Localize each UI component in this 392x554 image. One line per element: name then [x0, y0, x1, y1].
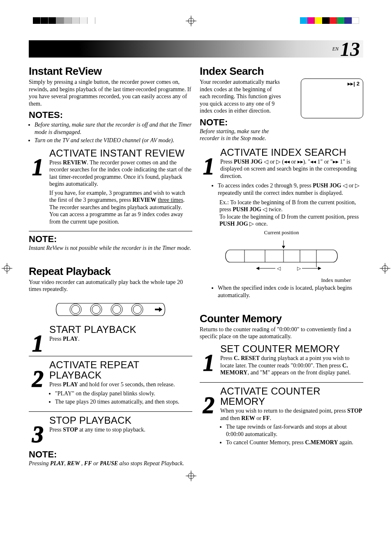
heading-counter-memory: Counter Memory	[200, 312, 363, 325]
step-text: Press STOP at any time to stop playback.	[49, 426, 192, 434]
text: .	[78, 336, 80, 342]
svg-text:▷: ▷	[297, 265, 301, 271]
note-text: Instant ReView is not possible while the…	[29, 245, 192, 252]
page-header-bar: EN 13	[29, 40, 363, 58]
note-heading-2: NOTE:	[29, 234, 192, 245]
left-column: Instant ReView Simply by pressing a sing…	[29, 65, 192, 469]
text-bold: C.MEMORY	[305, 439, 338, 446]
text: and then	[220, 415, 241, 421]
two-column-layout: Instant ReView Simply by pressing a sing…	[29, 65, 363, 469]
text-bold: PLAY	[63, 381, 78, 388]
page-number: 13	[340, 38, 360, 60]
text: , and "M" appears on the front display p…	[247, 369, 350, 376]
step-number-2: 2	[29, 371, 47, 387]
list-item: "PLAY" on the display panel blinks slowl…	[55, 390, 192, 397]
print-mark-color-bars	[300, 17, 359, 24]
step-title: STOP PLAYBACK	[49, 415, 192, 425]
list-item: Before starting, make sure that the reco…	[35, 121, 192, 136]
text: When you wish to return to the designate…	[220, 408, 347, 414]
diagram-label-current: Current position	[200, 229, 363, 236]
list-item: To cancel Counter Memory, press C.MEMORY…	[226, 439, 363, 446]
text: ◁ twice.	[261, 206, 283, 212]
osd-display-inner: ▸▸| 2	[348, 81, 360, 87]
step-set-counter-memory: 1 SET COUNTER MEMORY Press C. RESET duri…	[200, 344, 363, 383]
text: Press	[49, 336, 63, 342]
list-item: When the specified index code is located…	[218, 284, 363, 299]
text: Pressing	[29, 460, 50, 466]
step-content: ACTIVATE INDEX SEARCH Press PUSH JOG ◁ o…	[220, 147, 363, 182]
step-activate-instant-review: 1 ACTIVATE INSTANT REVIEW Press REVIEW. …	[29, 148, 192, 232]
step-title: SET COUNTER MEMORY	[220, 344, 363, 354]
note-text: Pressing PLAY, REW , FF or PAUSE also st…	[29, 460, 192, 467]
step-content: SET COUNTER MEMORY Press C. RESET during…	[220, 344, 363, 378]
text-bold: PUSH JOG	[219, 221, 248, 227]
text-bold: PUSH JOG	[313, 182, 341, 189]
osd-display-box: ▸▸| 2	[301, 78, 363, 118]
text-bold: REW	[67, 460, 80, 466]
step-content: STOP PLAYBACK Press STOP at any time to …	[49, 415, 192, 443]
text-bold: REVIEW	[63, 159, 87, 166]
crosshair-right-icon	[380, 263, 390, 274]
text-bold: FF	[84, 460, 92, 466]
step-content: START PLAYBACK Press PLAY.	[49, 324, 192, 352]
text-bold: STOP	[63, 427, 78, 433]
manual-page: EN 13 Instant ReView Simply by pressing …	[0, 0, 392, 494]
text-bold: REVIEW	[132, 197, 156, 203]
index-example: Ex.: To locate the beginning of B from t…	[219, 199, 363, 228]
diagram-label-index: Index number	[200, 277, 363, 284]
svg-point-15	[92, 305, 100, 314]
text: Press	[49, 381, 63, 388]
counter-memory-bullets: The tape rewinds or fast-forwards and st…	[220, 423, 363, 447]
step-stop-playback: 3 STOP PLAYBACK Press STOP at any time t…	[29, 415, 192, 447]
step-number-1: 1	[200, 159, 218, 175]
text-bold: PAUSE	[100, 460, 118, 466]
instant-review-notes-list: Before starting, make sure that the reco…	[29, 121, 192, 145]
counter-memory-intro: Returns to the counter reading of "0:00:…	[200, 326, 363, 340]
step-text: When you wish to return to the designate…	[220, 407, 363, 422]
step-title: ACTIVATE COUNTER MEMORY	[220, 386, 363, 406]
step-title: ACTIVATE INSTANT REVIEW	[49, 148, 192, 158]
step-start-playback: 1 START PLAYBACK Press PLAY.	[29, 324, 192, 356]
step-activate-counter-memory: 2 ACTIVATE COUNTER MEMORY When you wish …	[200, 386, 363, 452]
text: To access index codes 2 through 9, press	[218, 182, 313, 189]
text: Press	[49, 159, 63, 166]
step-text: Press PUSH JOG ◁ or ▷ (◂◂ or ▸▸). "◂◂ 1"…	[220, 158, 363, 180]
svg-point-17	[113, 305, 121, 314]
text: Press	[220, 355, 234, 361]
svg-point-13	[71, 305, 80, 314]
text-underline: three times	[158, 197, 183, 203]
index-search-intro: Your recorder automatically marks index …	[200, 78, 282, 115]
step-text: Press REVIEW. The recorder power comes o…	[49, 159, 192, 188]
note-text: Before starting, make sure the recorder …	[200, 128, 282, 142]
repeat-playback-intro: Your video recorder can automatically pl…	[29, 279, 192, 293]
text: ▷ once.	[248, 221, 268, 227]
text-bold: STOP	[347, 408, 362, 414]
step-activate-index-search: 1 ACTIVATE INDEX SEARCH Press PUSH JOG ◁…	[200, 147, 363, 182]
fast-forward-icon: ▸▸|	[348, 81, 355, 87]
step-number-1: 1	[29, 336, 47, 352]
text: .	[270, 415, 272, 421]
index-bullet-1: To access index codes 2 through 9, press…	[212, 182, 363, 197]
text-bold: PUSH JOG	[234, 159, 263, 165]
svg-marker-32	[318, 267, 321, 270]
text-bold: PLAY	[63, 336, 78, 342]
text-bold: C. RESET	[234, 355, 260, 361]
step-title: ACTIVATE INDEX SEARCH	[220, 147, 363, 157]
text: To cancel Counter Memory, press	[226, 439, 305, 446]
svg-point-19	[133, 305, 141, 314]
index-bullet-2: When the specified index code is located…	[212, 284, 363, 299]
note-heading-4: NOTE:	[200, 117, 363, 128]
text: again.	[338, 439, 353, 446]
text-bold: PLAY	[50, 460, 64, 466]
page-lang-tag: EN	[332, 46, 339, 52]
step-text: Press PLAY and hold for over 5 seconds, …	[49, 381, 192, 388]
step-activate-repeat-playback: 2 ACTIVATE REPEAT PLAYBACK Press PLAY an…	[29, 360, 192, 412]
step-number-3: 3	[29, 427, 47, 443]
step-title: ACTIVATE REPEAT PLAYBACK	[49, 360, 192, 380]
step-number-1: 1	[29, 159, 47, 175]
text: at any time to stop playback.	[78, 427, 145, 433]
crosshair-bottom-icon	[186, 471, 196, 481]
step-text: Press PLAY.	[49, 335, 192, 343]
text: or	[255, 415, 263, 421]
svg-marker-28	[256, 267, 259, 270]
